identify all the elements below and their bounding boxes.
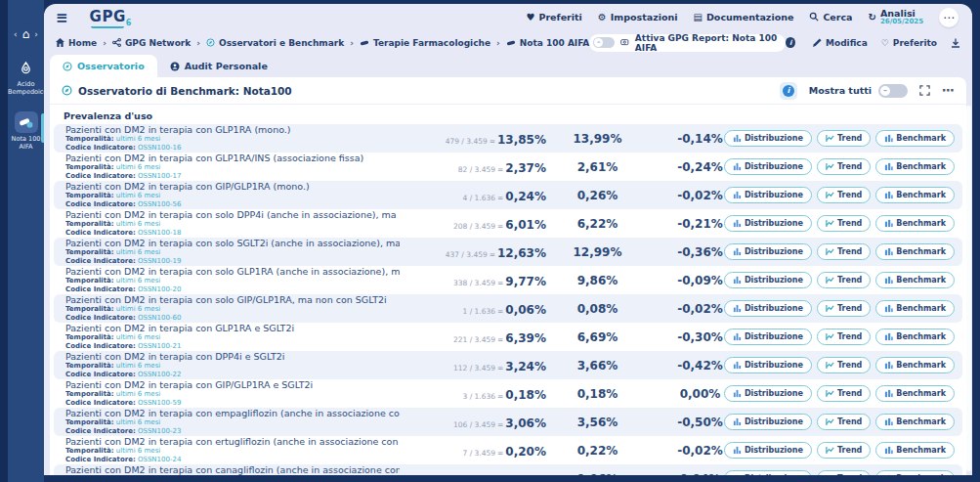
sidebar-item-acido-bempedoico[interactable]: Acido Bempedoico [8,57,44,96]
indicator-code[interactable]: OSSN100-19 [138,257,181,265]
modifica-button[interactable]: Modifica [813,38,868,48]
trend-button[interactable]: Trend [817,442,871,459]
report-toggle[interactable] [593,37,615,48]
distribuzione-button[interactable]: Distribuzione [724,130,812,147]
benchmark-button[interactable]: Benchmark [875,158,955,175]
distribuzione-button[interactable]: Distribuzione [724,329,812,345]
indicator-code[interactable]: OSSN100-18 [138,229,181,237]
fraction: 3 / 1.636 [463,392,496,401]
distribuzione-button[interactable]: Distribuzione [724,414,812,430]
distribuzione-button[interactable]: Distribuzione [724,300,812,317]
indicator-code[interactable]: OSSN100-59 [138,399,181,407]
trend-button[interactable]: Trend [817,300,871,317]
benchmark-button[interactable]: Benchmark [875,385,955,402]
fraction: 106 / 3.459 [453,420,495,429]
chevron-left-icon[interactable]: ‹ [14,29,18,39]
trend-button[interactable]: Trend [817,385,871,402]
chevron-right-icon[interactable]: › [34,29,38,39]
benchmark-chart-icon [884,219,893,228]
trend-button[interactable]: Trend [817,329,871,345]
value-percent: 0,20% [505,445,546,459]
preferito-button[interactable]: ♡ Preferito [881,38,937,48]
breadcrumb-terapie[interactable]: Terapie Farmacologiche [360,38,490,48]
impostazioni-button[interactable]: ⚙ Impostazioni [598,12,678,22]
trend-button[interactable]: Trend [817,130,871,147]
mostra-tutti-toggle[interactable] [878,84,908,98]
benchmark-button[interactable]: Benchmark [875,329,955,345]
table-row: Pazienti con DM2 in terapia con GIP/GLP1… [54,379,962,408]
benchmark-button[interactable]: Benchmark [875,130,955,147]
sidebar-item-nota-100-aifa[interactable]: Nota 100 AIFA [8,111,44,151]
distribuzione-button[interactable]: Distribuzione [724,243,812,260]
benchmark-button[interactable]: Benchmark [875,300,955,317]
breadcrumb-osservatori[interactable]: Osservatori e Benchmark [206,38,344,48]
cerca-button[interactable]: Cerca [809,12,852,23]
distribuzione-button[interactable]: Distribuzione [724,272,812,288]
indicator-title: Pazienti con DM2 in terapia con GLP1RA e… [65,323,400,333]
indicator-code[interactable]: OSSN100-16 [138,144,181,152]
trend-button[interactable]: Trend [817,187,871,203]
scrollbar[interactable] [966,106,971,471]
report-info-icon[interactable]: i [786,37,795,48]
distribuzione-button[interactable]: Distribuzione [724,187,812,203]
trend-button[interactable]: Trend [817,272,871,288]
temporalita-value: ultimi 6 mesi [116,192,160,199]
preferiti-button[interactable]: ♥ Preferiti [526,12,581,22]
benchmark-percent: 0,08% [546,302,649,316]
benchmark-button[interactable]: Benchmark [875,187,955,203]
tab-osservatorio[interactable]: Osservatorio [50,55,157,77]
indicator-code[interactable]: OSSN100-56 [138,200,181,208]
benchmark-chart-icon [884,446,893,455]
benchmark-button[interactable]: Benchmark [875,272,955,288]
panel-more-icon[interactable]: ⋯ [942,83,955,98]
distribuzione-button[interactable]: Distribuzione [724,385,812,402]
indicator-code[interactable]: OSSN100-17 [138,172,181,180]
indicator-code[interactable]: OSSN100-21 [138,342,181,350]
trend-button[interactable]: Trend [817,215,871,232]
more-options-button[interactable]: ⋯ [939,8,959,27]
breadcrumb-gpg-network[interactable]: GPG Network [112,38,191,48]
benchmark-button[interactable]: Benchmark [875,215,955,232]
distribuzione-button[interactable]: Distribuzione [724,470,812,475]
indicator-code[interactable]: OSSN100-24 [138,456,181,463]
benchmark-button[interactable]: Benchmark [875,243,955,260]
equals: = [497,420,503,429]
fullscreen-icon[interactable] [919,85,930,96]
indicator-code[interactable]: OSSN100-60 [138,314,181,322]
documentazione-button[interactable]: ▤ Documentazione [694,12,794,22]
benchmark-button[interactable]: Benchmark [875,470,955,475]
distribuzione-button[interactable]: Distribuzione [724,442,812,459]
distribuzione-button[interactable]: Distribuzione [724,357,812,373]
distribuzione-button[interactable]: Distribuzione [724,215,812,232]
indicator-code[interactable]: OSSN100-23 [138,427,181,435]
download-button[interactable] [951,38,960,48]
trend-button[interactable]: Trend [817,357,871,373]
distribuzione-button[interactable]: Distribuzione [724,158,812,175]
capsule-icon [506,39,516,47]
breadcrumb-home[interactable]: Home [56,38,97,48]
trend-button[interactable]: Trend [817,470,871,475]
benchmark-button[interactable]: Benchmark [875,414,955,430]
breadcrumb-nota-100[interactable]: Nota 100 AIFA [506,38,590,48]
codice-label: Codice Indicatore: [65,371,136,378]
trend-button[interactable]: Trend [817,158,871,175]
hamburger-menu-icon[interactable]: ≡ [56,9,68,26]
gpg-logo[interactable]: GPG6 [90,8,132,27]
bar-chart-icon [733,276,742,285]
indicator-code[interactable]: OSSN100-22 [138,371,181,378]
value-percent: 0,18% [505,388,546,402]
line-chart-icon [826,417,834,426]
benchmark-button[interactable]: Benchmark [875,357,955,373]
value-percent: 0,24% [505,190,546,203]
panel-header: Osservatorio di Benchmark: Nota100 i Mos… [50,77,966,105]
indicator-title: Pazienti con DM2 in terapia con DPP4i e … [65,351,400,362]
home-icon[interactable]: ⌂ [22,27,30,41]
analisi-button[interactable]: ↻ Analisi 26/05/2025 [869,9,923,25]
benchmark-button[interactable]: Benchmark [875,442,955,459]
temporalita-label: Temporalità: [65,362,114,370]
indicator-code[interactable]: OSSN100-20 [138,285,181,293]
trend-button[interactable]: Trend [817,414,871,430]
panel-info-icon[interactable]: i [780,82,797,100]
trend-button[interactable]: Trend [817,243,871,260]
tab-audit-personale[interactable]: Audit Personale [157,55,280,77]
